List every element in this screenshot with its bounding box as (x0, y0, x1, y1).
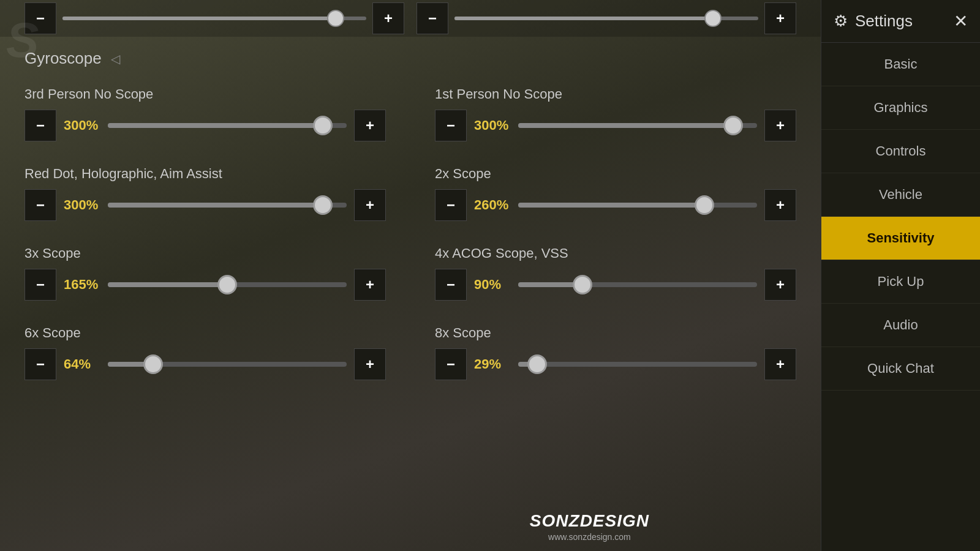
slider-section-first-person: 1st Person No Scope − 300% + (435, 86, 796, 141)
slider-thumb-4x-acog[interactable] (573, 275, 592, 294)
watermark-brand: SONZDESIGN (530, 511, 649, 531)
top-slider-track-2[interactable] (454, 17, 758, 20)
slider-thumb-3x[interactable] (217, 275, 237, 294)
slider-row-4x-acog: − 90% + (435, 269, 796, 301)
slider-label-red-dot: Red Dot, Holographic, Aim Assist (24, 166, 386, 182)
minus-btn-8x[interactable]: − (435, 348, 467, 380)
sidebar-title-text: Settings (855, 12, 913, 31)
sidebar-title: ⚙ Settings (834, 12, 913, 31)
slider-track-3x[interactable] (108, 282, 347, 287)
slider-thumb-6x[interactable] (143, 354, 163, 374)
slider-thumb-first-person[interactable] (723, 116, 743, 135)
slider-row-8x: − 29% + (435, 348, 796, 380)
slider-track-red-dot[interactable] (108, 203, 347, 208)
minus-btn-red-dot[interactable]: − (24, 189, 56, 221)
slider-section-8x: 8x Scope − 29% + (435, 325, 796, 380)
plus-btn-3x[interactable]: + (354, 269, 386, 301)
slider-track-first-person[interactable] (518, 123, 757, 128)
sidebar-item-graphics[interactable]: Graphics (821, 86, 980, 130)
sidebar-item-pickup[interactable]: Pick Up (821, 260, 980, 304)
slider-value-first-person: 300% (474, 118, 511, 133)
slider-track-4x-acog[interactable] (518, 282, 757, 287)
plus-btn-6x[interactable]: + (354, 348, 386, 380)
slider-fill-2x (518, 203, 704, 208)
slider-value-3x: 165% (64, 277, 100, 293)
slider-label-6x: 6x Scope (24, 325, 386, 341)
sidebar-item-quickchat[interactable]: Quick Chat (821, 347, 980, 391)
sidebar-header: ⚙ Settings ✕ (821, 0, 980, 43)
slider-row-third-person: − 300% + (24, 110, 386, 141)
minus-btn-4x-acog[interactable]: − (435, 269, 467, 301)
minus-btn-2x[interactable]: − (435, 189, 467, 221)
sidebar-item-controls[interactable]: Controls (821, 130, 980, 173)
slider-label-first-person: 1st Person No Scope (435, 86, 796, 102)
slider-thumb-third-person[interactable] (313, 116, 333, 135)
slider-fill-red-dot (108, 203, 323, 208)
top-slider-thumb-1[interactable] (327, 10, 344, 27)
slider-value-2x: 260% (474, 197, 511, 213)
sidebar-nav: Basic Graphics Controls Vehicle Sensitiv… (821, 43, 980, 551)
slider-track-6x[interactable] (108, 362, 347, 367)
slider-section-6x: 6x Scope − 64% + (24, 325, 386, 380)
top-slider-fill-1 (62, 17, 336, 20)
top-slider-fill-2 (454, 17, 713, 20)
slider-value-6x: 64% (64, 356, 100, 372)
plus-btn-red-dot[interactable]: + (354, 189, 386, 221)
close-button[interactable]: ✕ (954, 11, 968, 31)
slider-section-third-person: 3rd Person No Scope − 300% + (24, 86, 386, 141)
minus-btn-6x[interactable]: − (24, 348, 56, 380)
slider-row-first-person: − 300% + (435, 110, 796, 141)
top-plus-btn-1[interactable]: + (372, 2, 404, 34)
minus-btn-first-person[interactable]: − (435, 110, 467, 141)
slider-track-8x[interactable] (518, 362, 757, 367)
logo-decoration: S (6, 12, 39, 69)
watermark-url: www.sonzdesign.com (530, 532, 649, 542)
sidebar: ⚙ Settings ✕ Basic Graphics Controls Veh… (821, 0, 980, 551)
sidebar-item-basic[interactable]: Basic (821, 43, 980, 86)
slider-fill-third-person (108, 123, 323, 128)
slider-thumb-8x[interactable] (527, 354, 547, 374)
top-slider-group-1: − + (24, 2, 404, 34)
plus-btn-2x[interactable]: + (764, 189, 796, 221)
watermark: SONZDESIGN www.sonzdesign.com (530, 511, 649, 542)
slider-fill-first-person (518, 123, 733, 128)
sidebar-item-sensitivity[interactable]: Sensitivity (821, 217, 980, 260)
slider-label-4x-acog: 4x ACOG Scope, VSS (435, 246, 796, 261)
sidebar-item-audio[interactable]: Audio (821, 304, 980, 347)
slider-section-4x-acog: 4x ACOG Scope, VSS − 90% + (435, 246, 796, 301)
slider-row-2x: − 260% + (435, 189, 796, 221)
slider-value-third-person: 300% (64, 118, 100, 133)
slider-label-third-person: 3rd Person No Scope (24, 86, 386, 102)
slider-section-3x: 3x Scope − 165% + (24, 246, 386, 301)
plus-btn-8x[interactable]: + (764, 348, 796, 380)
top-minus-btn-2[interactable]: − (417, 2, 448, 34)
top-slider-group-2: − + (417, 2, 796, 34)
slider-thumb-red-dot[interactable] (313, 195, 333, 215)
slider-section-red-dot: Red Dot, Holographic, Aim Assist − 300% … (24, 166, 386, 221)
slider-track-third-person[interactable] (108, 123, 347, 128)
gear-icon: ⚙ (834, 12, 848, 31)
slider-label-2x: 2x Scope (435, 166, 796, 182)
slider-row-6x: − 64% + (24, 348, 386, 380)
minus-btn-3x[interactable]: − (24, 269, 56, 301)
plus-btn-first-person[interactable]: + (764, 110, 796, 141)
top-slider-track-1[interactable] (62, 17, 366, 20)
plus-btn-third-person[interactable]: + (354, 110, 386, 141)
slider-section-2x: 2x Scope − 260% + (435, 166, 796, 221)
main-content: S − + − + (0, 0, 821, 551)
section-title-bar: Gyroscope ◁ (24, 49, 796, 68)
plus-btn-4x-acog[interactable]: + (764, 269, 796, 301)
slider-row-red-dot: − 300% + (24, 189, 386, 221)
slider-row-3x: − 165% + (24, 269, 386, 301)
slider-thumb-2x[interactable] (695, 195, 714, 215)
back-arrow-icon[interactable]: ◁ (111, 51, 120, 66)
slider-label-8x: 8x Scope (435, 325, 796, 341)
top-slider-thumb-2[interactable] (704, 10, 722, 27)
slider-fill-3x (108, 282, 227, 287)
sidebar-item-vehicle[interactable]: Vehicle (821, 173, 980, 217)
slider-value-8x: 29% (474, 356, 511, 372)
minus-btn-third-person[interactable]: − (24, 110, 56, 141)
slider-track-2x[interactable] (518, 203, 757, 208)
slider-value-red-dot: 300% (64, 197, 100, 213)
top-plus-btn-2[interactable]: + (764, 2, 796, 34)
